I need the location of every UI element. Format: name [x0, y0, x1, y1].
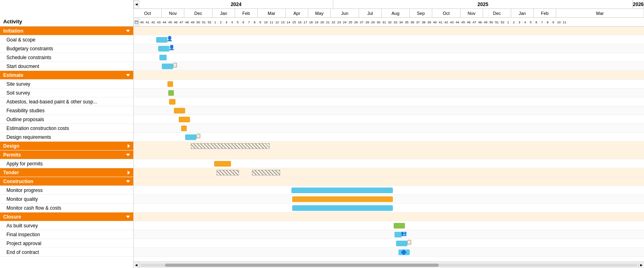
month-feb-2026: Feb — [534, 9, 556, 17]
permits-label: Permits — [3, 152, 21, 158]
week-cell: 41 — [145, 21, 151, 24]
week-cell: 25 — [348, 21, 353, 24]
gantt-bar[interactable] — [396, 241, 407, 246]
gantt-bar[interactable] — [158, 46, 169, 52]
month-jun-2025: Jun — [331, 9, 359, 17]
gantt-row: 👥 — [134, 230, 644, 239]
week-cell: 47 — [472, 21, 477, 24]
initiation-label: Initiation — [3, 28, 23, 34]
week-cell: 47 — [179, 21, 184, 24]
week-cell: 9 — [258, 21, 263, 24]
task-label: Monitor progress — [6, 188, 43, 193]
scroll-right-btn[interactable]: ► — [638, 262, 644, 268]
gantt-row — [134, 212, 644, 221]
task-label: As built survey — [6, 223, 38, 229]
person-icon: 👤 — [169, 45, 175, 50]
scrollbar-thumb[interactable] — [165, 264, 439, 267]
task-label: Site survey — [6, 81, 30, 87]
group-estimate[interactable]: Estimate — [0, 71, 133, 80]
scroll-left-btn[interactable]: ◄ — [134, 262, 139, 268]
group-design[interactable]: Design — [0, 142, 133, 150]
week-cell: 14 — [286, 21, 291, 24]
task-apply-permits: Apply for permits — [0, 159, 133, 168]
week-cell: 21 — [325, 21, 331, 24]
gantt-bar[interactable] — [292, 196, 393, 202]
gantt-row: 👤 — [134, 35, 644, 44]
gantt-bar[interactable] — [162, 64, 173, 69]
group-closure[interactable]: Closure — [0, 212, 133, 221]
gantt-bar[interactable] — [159, 55, 167, 60]
group-initiation[interactable]: Initiation — [0, 27, 133, 35]
week-cell: 40 — [139, 21, 145, 24]
task-monitor-quality: Monitor quality — [0, 195, 133, 204]
week-cell: 41 — [438, 21, 444, 24]
chevron-right-icon — [128, 144, 130, 148]
gantt-bar[interactable] — [168, 90, 174, 96]
gantt-row — [134, 80, 644, 89]
task-final-inspection: Final inspection — [0, 230, 133, 239]
gantt-bar[interactable] — [169, 99, 175, 105]
week-cell: 29 — [370, 21, 376, 24]
month-nov-2025: Nov — [460, 9, 483, 17]
task-label: Apply for permits — [6, 161, 43, 167]
month-sep-2025: Sep — [410, 9, 432, 17]
week-cell: 6 — [534, 21, 539, 24]
design-hatch-bar — [191, 143, 270, 149]
week-cell: 42 — [444, 21, 449, 24]
week-cell: 6 — [241, 21, 246, 24]
gantt-row — [134, 115, 644, 124]
chevron-down-icon — [126, 154, 130, 156]
gantt-row — [134, 53, 644, 62]
week-cell: 45 — [460, 21, 466, 24]
gantt-body: 👤👤📋📋👥📋 — [134, 27, 644, 262]
scrollbar-track[interactable] — [140, 264, 638, 267]
calendar-icon-btn[interactable] — [134, 18, 139, 27]
group-construction[interactable]: Construction — [0, 177, 133, 186]
nav-left-arrow[interactable]: ◄ — [134, 0, 139, 9]
tender-hatch-bar-1 — [217, 170, 239, 175]
task-label: Monitor cash flow & costs — [6, 205, 61, 211]
gantt-bar[interactable] — [292, 205, 393, 211]
gantt-bar[interactable] — [167, 81, 173, 87]
week-cell: 4 — [229, 21, 235, 24]
gantt-row: 📋 — [134, 239, 644, 248]
week-cell: 46 — [466, 21, 472, 24]
week-cell: 52 — [207, 21, 213, 24]
task-feasibility: Feasibility studies — [0, 106, 133, 115]
week-cell: 36 — [410, 21, 415, 24]
task-monitor-progress: Monitor progress — [0, 186, 133, 195]
gantt-bar[interactable] — [156, 37, 167, 43]
book-icon: 📋 — [196, 134, 201, 138]
scrollbar-container[interactable]: ◄ ► — [134, 262, 644, 268]
design-label: Design — [3, 143, 19, 149]
task-end-contract: End of contract — [0, 248, 133, 257]
gantt-row — [134, 97, 644, 106]
task-label: End of contract — [6, 249, 39, 255]
task-outline: Outline proposals — [0, 115, 133, 124]
gantt-bar[interactable] — [174, 108, 185, 113]
week-cell: 51 — [201, 21, 207, 24]
group-tender[interactable]: Tender — [0, 168, 133, 177]
week-cell: 27 — [359, 21, 365, 24]
week-cell: 40 — [432, 21, 438, 24]
gantt-header: ◄ 2024 2025 2026 Oct Nov Dec Jan Feb Mar… — [134, 0, 644, 27]
task-schedule: Schedule constraints — [0, 53, 133, 62]
week-cell: 7 — [246, 21, 252, 24]
week-cell: 44 — [162, 21, 167, 24]
gantt-bar[interactable] — [181, 126, 187, 131]
week-cell: 22 — [331, 21, 336, 24]
week-cell: 33 — [393, 21, 398, 24]
gantt-bar[interactable] — [291, 188, 393, 193]
year-2026: 2026 — [633, 0, 644, 8]
gantt-bar[interactable] — [185, 134, 196, 140]
week-cell: 5 — [528, 21, 534, 24]
task-label: Budgetary constraints — [6, 46, 53, 52]
gantt-year-row: ◄ 2024 2025 2026 — [134, 0, 644, 9]
gantt-row — [134, 221, 644, 230]
gantt-bar[interactable] — [179, 117, 190, 122]
gantt-row — [134, 177, 644, 186]
week-cell: 7 — [539, 21, 545, 24]
gantt-bar[interactable] — [214, 161, 231, 167]
gantt-bar[interactable] — [394, 223, 405, 229]
group-permits[interactable]: Permits — [0, 150, 133, 159]
